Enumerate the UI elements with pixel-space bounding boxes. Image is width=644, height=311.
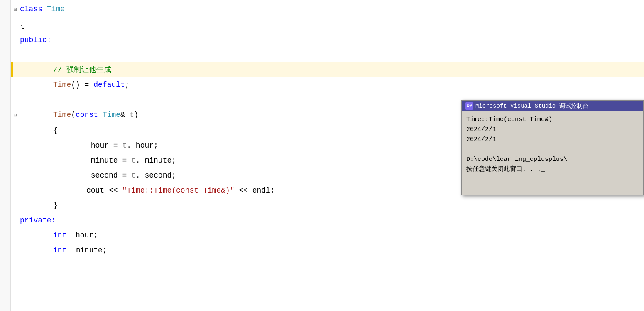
- code-token: ): [134, 107, 138, 122]
- console-title: Microsoft Visual Studio 调试控制台: [475, 102, 588, 110]
- code-token: ._hour;: [127, 138, 158, 153]
- code-token: t: [130, 107, 134, 122]
- code-token: _minute =: [86, 153, 131, 168]
- code-token: _minute;: [71, 243, 107, 258]
- gutter: [0, 0, 11, 311]
- code-token: {: [53, 123, 58, 138]
- code-token: () =: [71, 77, 93, 92]
- code-token: int: [53, 228, 71, 243]
- code-token: _second =: [86, 168, 131, 183]
- yellow-bar: [11, 62, 13, 77]
- fold-icon[interactable]: ⊟: [11, 2, 20, 17]
- code-token: private:: [20, 213, 56, 228]
- code-token: _hour =: [86, 138, 122, 153]
- fold-icon[interactable]: ⊟: [11, 108, 20, 123]
- console-body: Time::Time(const Time&) 2024/2/1 2024/2/…: [462, 111, 643, 195]
- code-token: {: [20, 17, 24, 32]
- code-token: int: [53, 243, 71, 258]
- code-token: t: [122, 138, 127, 153]
- code-line: int _minute;: [11, 243, 644, 258]
- code-token: cout <<: [86, 183, 122, 198]
- code-line: ⊟class Time: [11, 2, 644, 17]
- code-token: public:: [20, 32, 51, 47]
- code-line: [11, 47, 644, 62]
- code-line: int _hour;: [11, 228, 644, 243]
- code-token: (: [71, 107, 76, 122]
- code-token: Time: [53, 107, 71, 122]
- code-line: private:: [11, 213, 644, 228]
- code-token: // 强制让他生成: [53, 62, 111, 77]
- code-token: t: [131, 168, 136, 183]
- code-line: }: [11, 198, 644, 213]
- console-panel: C# Microsoft Visual Studio 调试控制台 Time::T…: [461, 100, 644, 195]
- code-token: ;: [125, 77, 130, 92]
- code-line: Time() = default;: [11, 77, 644, 92]
- code-token: const: [76, 107, 103, 122]
- code-editor: ⊟class Time{public:// 强制让他生成Time() = def…: [0, 0, 644, 311]
- code-token: _hour;: [71, 228, 98, 243]
- code-token: class: [20, 2, 47, 17]
- code-token: t: [131, 153, 136, 168]
- code-token: default: [93, 77, 125, 92]
- code-line: public:: [11, 32, 644, 47]
- code-token: &: [120, 107, 130, 122]
- code-token: ._second;: [136, 168, 176, 183]
- code-line: {: [11, 17, 644, 32]
- vs-icon: C#: [465, 102, 473, 110]
- code-token: Time: [47, 2, 65, 17]
- code-token: Time: [103, 107, 120, 122]
- code-token: }: [53, 198, 58, 213]
- code-line: // 强制让他生成: [11, 62, 644, 77]
- code-token: Time: [53, 77, 71, 92]
- code-token: ._minute;: [136, 153, 176, 168]
- code-token: << endl;: [234, 183, 274, 198]
- console-titlebar: C# Microsoft Visual Studio 调试控制台: [462, 101, 643, 111]
- code-token: "Time::Time(const Time&)": [122, 183, 234, 198]
- console-output: Time::Time(const Time&) 2024/2/1 2024/2/…: [466, 115, 639, 175]
